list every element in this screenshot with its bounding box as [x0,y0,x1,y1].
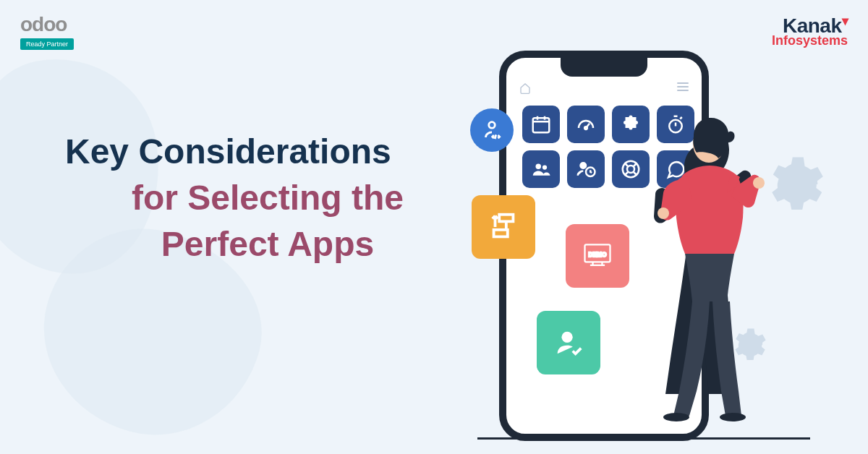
svg-rect-0 [533,118,550,132]
gauge-icon [567,106,605,143]
svg-text:DEMO: DEMO [589,252,607,258]
svg-point-3 [536,164,542,170]
svg-point-9 [489,122,495,129]
dev-user-icon [470,108,514,152]
svg-rect-11 [494,230,508,237]
person-illustration [633,105,792,423]
user-check-icon [537,311,600,374]
svg-point-18 [663,413,689,421]
home-icon [519,82,531,97]
calendar-icon [522,106,560,143]
svg-point-19 [720,413,746,421]
phone-header [506,82,702,97]
flowchart-icon [472,195,535,259]
ground-line [477,437,810,440]
phone-notch [561,58,647,77]
svg-rect-10 [499,215,513,222]
group-icon [522,150,560,188]
headline-line1: Key Considerations [65,130,470,174]
headline-line2: for Selecting the [65,176,470,220]
svg-point-17 [753,177,765,189]
svg-point-14 [561,332,572,343]
odoo-logo: odoo Ready Partner [20,13,74,50]
headline-line3: Perfect Apps [65,223,470,266]
svg-point-4 [542,165,547,169]
demo-icon: DEMO [566,224,629,288]
kanak-logo: Kanak▾ Infosystems [772,13,848,48]
svg-point-5 [581,163,587,168]
kanak-subtext: Infosystems [772,33,848,48]
odoo-wordmark: odoo [20,13,74,36]
hamburger-icon [677,82,689,97]
ready-partner-badge: Ready Partner [20,38,74,50]
svg-point-16 [658,207,669,219]
headline: Key Considerations for Selecting the Per… [65,130,470,266]
time-user-icon [567,150,605,188]
